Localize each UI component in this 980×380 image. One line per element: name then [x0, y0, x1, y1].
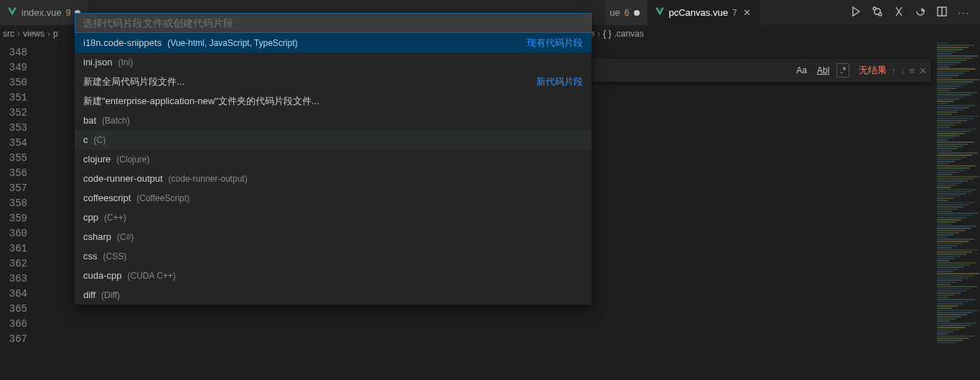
chevron-right-icon: › — [47, 29, 50, 39]
regex-toggle[interactable]: .* — [836, 63, 849, 78]
quick-picker-item[interactable]: cuda-cpp(CUDA C++) — [75, 266, 592, 285]
line-number: 354 — [0, 136, 27, 151]
quick-picker-item-label: css — [83, 251, 98, 261]
more-icon[interactable]: ··· — [958, 7, 970, 18]
quick-picker-item-detail: (Batch) — [102, 116, 130, 126]
close-icon[interactable]: ✕ — [742, 7, 753, 18]
quick-picker-item[interactable]: c(C) — [75, 130, 592, 149]
line-number: 359 — [0, 211, 27, 226]
line-number: 366 — [0, 317, 27, 332]
prev-match-icon[interactable]: ↑ — [891, 65, 896, 76]
editor-actions: ··· — [850, 0, 980, 25]
tab-middle-vue[interactable]: ue 6 — [605, 0, 647, 25]
quick-picker-item-detail: (code-runner-output) — [169, 174, 248, 184]
revert-icon[interactable] — [915, 6, 926, 19]
quick-picker-item-detail: (Diff) — [101, 290, 120, 300]
quick-picker-item-label: 新建全局代码片段文件... — [83, 75, 185, 88]
run-icon[interactable] — [850, 6, 862, 19]
quick-picker-item-detail: (CSS) — [103, 251, 127, 261]
quick-picker-item[interactable]: i18n.code-snippets(Vue-html, JavaScript,… — [75, 33, 592, 52]
quick-picker-item[interactable]: css(CSS) — [75, 246, 592, 266]
line-gutter: 3483493503513523533543553563573583593603… — [0, 42, 40, 380]
split-icon[interactable] — [936, 6, 948, 19]
line-number: 349 — [0, 60, 27, 75]
tab-badge: 9 — [66, 8, 71, 18]
find-status: 无结果 — [859, 64, 887, 77]
chevron-right-icon: › — [17, 29, 20, 39]
breadcrumb-seg[interactable]: views — [23, 29, 45, 39]
quick-picker-item[interactable]: csharp(C#) — [75, 227, 592, 246]
line-number: 348 — [0, 45, 27, 60]
quick-picker-item-label: 新建"enterprise-application-new"文件夹的代码片段文件… — [83, 95, 319, 108]
quick-picker-item-detail: (C) — [94, 135, 106, 145]
tab-pccanvas-vue[interactable]: pcCanvas.vue 7 ✕ — [648, 0, 761, 25]
quick-picker-item-right: 现有代码片段 — [527, 37, 583, 50]
find-widget: Aa Abl .* 无结果 ↑ ↓ ≡ ✕ — [592, 59, 931, 82]
whole-word-toggle[interactable]: Abl — [814, 64, 832, 77]
line-number: 351 — [0, 91, 27, 106]
quick-picker-item[interactable]: 新建全局代码片段文件...新代码片段 — [75, 72, 592, 91]
quick-picker-item-label: diff — [83, 289, 95, 300]
breadcrumb-seg[interactable]: p — [53, 29, 58, 39]
next-match-icon[interactable]: ↓ — [900, 65, 905, 76]
line-number: 361 — [0, 241, 27, 256]
quick-picker-item-label: cuda-cpp — [83, 270, 121, 281]
tab-dirty-dot — [634, 10, 640, 16]
quick-picker-item[interactable]: bat(Batch) — [75, 111, 592, 130]
quick-picker-item-label: i18n.code-snippets — [83, 37, 162, 48]
quick-picker-item[interactable]: ini.json(Ini) — [75, 52, 592, 72]
quick-picker-item[interactable]: cpp(C++) — [75, 208, 592, 227]
line-number: 352 — [0, 106, 27, 121]
tab-label: index.vue — [22, 7, 62, 18]
diff-icon[interactable] — [893, 6, 905, 19]
quick-picker-item[interactable]: clojure(Clojure) — [75, 149, 592, 169]
quick-picker-list: i18n.code-snippets(Vue-html, JavaScript,… — [75, 33, 592, 305]
svg-point-0 — [873, 7, 876, 10]
breadcrumb-seg[interactable]: src — [3, 29, 14, 39]
quick-picker-item[interactable]: 新建"enterprise-application-new"文件夹的代码片段文件… — [75, 91, 592, 111]
line-number: 363 — [0, 272, 27, 287]
vue-icon — [7, 6, 17, 19]
quick-picker-item[interactable]: coffeescript(CoffeeScript) — [75, 188, 592, 208]
git-compare-icon[interactable] — [872, 6, 883, 19]
quick-picker-item-detail: (Ini) — [118, 57, 133, 68]
line-number: 353 — [0, 121, 27, 136]
quick-picker-item-detail: (CoffeeScript) — [136, 193, 190, 203]
quick-picker-item-label: csharp — [83, 231, 111, 242]
quick-picker-item[interactable]: diff(Diff) — [75, 285, 592, 305]
quick-picker-item-detail: (C#) — [117, 232, 134, 242]
find-menu-icon[interactable]: ≡ — [909, 65, 915, 76]
quick-picker-item-detail: (C++) — [104, 213, 126, 223]
tab-badge: 7 — [732, 8, 737, 18]
line-number: 357 — [0, 181, 27, 196]
quick-picker-item-label: code-runner-output — [83, 173, 163, 184]
line-number: 362 — [0, 256, 27, 272]
vue-icon — [655, 6, 665, 19]
quick-picker-item-label: bat — [83, 115, 96, 126]
quick-picker-item-detail: (Vue-html, JavaScript, TypeScript) — [167, 38, 297, 48]
tab-label: ue — [610, 7, 620, 18]
tab-label: pcCanvas.vue — [669, 7, 728, 18]
line-number: 364 — [0, 287, 27, 302]
close-icon[interactable]: ✕ — [919, 65, 927, 76]
chevron-right-icon: › — [597, 29, 600, 39]
quick-picker-item-label: ini.json — [83, 57, 112, 68]
minimap[interactable] — [934, 42, 980, 380]
quick-picker: i18n.code-snippets(Vue-html, JavaScript,… — [75, 13, 592, 305]
line-number: 355 — [0, 151, 27, 166]
match-case-toggle[interactable]: Aa — [793, 64, 810, 77]
breadcrumb-seg[interactable]: .canvas — [614, 29, 643, 39]
quick-picker-item-label: clojure — [83, 154, 111, 164]
quick-picker-item-label: c — [83, 134, 88, 145]
quick-picker-item-label: cpp — [83, 212, 98, 223]
line-number: 350 — [0, 75, 27, 91]
quick-picker-item-right: 新代码片段 — [536, 75, 583, 88]
quick-picker-item[interactable]: code-runner-output(code-runner-output) — [75, 169, 592, 188]
line-number: 358 — [0, 196, 27, 211]
line-number: 365 — [0, 302, 27, 317]
quick-picker-item-detail: (CUDA C++) — [127, 271, 175, 281]
quick-picker-input[interactable] — [75, 13, 592, 33]
line-number: 356 — [0, 166, 27, 181]
tab-badge: 6 — [625, 8, 630, 18]
braces-icon: { } — [603, 29, 611, 39]
